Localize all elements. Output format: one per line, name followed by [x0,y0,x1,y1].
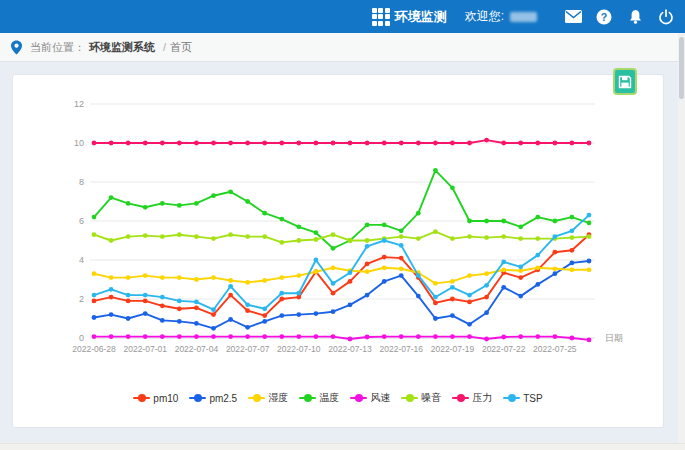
point-噪音-2022-07-01 [143,233,148,238]
legend-label-湿度: 湿度 [268,391,288,405]
point-pm2.5-2022-07-18 [433,316,438,321]
point-噪音-2022-07-16 [399,234,404,239]
legend-item-pm10[interactable]: pm10 [133,391,178,405]
point-pm2.5-2022-07-22 [501,285,506,290]
point-压力-2022-07-17 [416,141,421,146]
point-湿度-2022-07-02 [160,275,165,280]
app-brand[interactable]: 环境监测 [372,8,447,26]
point-压力-2022-07-25 [553,141,558,146]
point-TSP-2022-07-06 [228,284,233,289]
point-pm10-2022-07-02 [160,303,165,308]
point-风速-2022-07-20 [467,334,472,339]
point-pm10-2022-07-15 [382,255,387,260]
breadcrumb-page-link[interactable]: 首页 [170,40,192,55]
legend-label-风速: 风速 [370,391,390,405]
point-pm10-2022-07-18 [433,301,438,306]
legend-label-pm10: pm10 [153,393,178,404]
point-TSP-2022-07-17 [416,273,421,278]
point-压力-2022-07-16 [399,141,404,146]
point-风速-2022-07-23 [518,334,523,339]
legend-marker-温度 [299,394,316,403]
point-压力-2022-07-27 [587,141,592,146]
point-pm10-2022-07-01 [143,299,148,304]
mail-icon[interactable] [564,8,582,26]
point-风速-2022-07-10 [296,334,301,339]
point-温度-2022-07-16 [399,228,404,233]
legend-item-TSP[interactable]: TSP [503,391,542,405]
y-tick-0: 0 [79,333,84,343]
legend-item-湿度[interactable]: 湿度 [248,391,288,405]
point-pm10-2022-07-05 [211,312,216,317]
point-压力-2022-07-15 [382,141,387,146]
point-湿度-2022-07-15 [382,265,387,270]
point-TSP-2022-07-25 [553,234,558,239]
point-压力-2022-07-08 [262,141,267,146]
point-TSP-2022-07-09 [279,291,284,296]
point-TSP-2022-07-24 [535,253,540,258]
breadcrumb-system-link[interactable]: 环境监测系统 [89,40,155,55]
point-TSP-2022-07-02 [160,295,165,300]
point-温度-2022-07-17 [416,211,421,216]
location-pin-icon [10,40,23,55]
point-pm2.5-2022-07-08 [262,319,267,324]
point-压力-2022-07-01 [143,141,148,146]
y-tick-8: 8 [79,177,84,187]
point-温度-2022-07-27 [587,221,592,226]
point-温度-2022-06-28 [92,215,97,220]
point-温度-2022-07-10 [296,224,301,229]
legend-label-TSP: TSP [523,393,542,404]
point-pm2.5-2022-06-30 [126,316,131,321]
point-pm10-2022-07-06 [228,293,233,298]
point-湿度-2022-06-29 [109,275,114,280]
point-pm2.5-2022-07-07 [245,325,250,330]
x-tick-2022-07-25: 2022-07-25 [533,344,577,354]
point-压力-2022-07-04 [194,141,199,146]
x-axis-title: 日期 [605,333,623,343]
scrollbar-thumb[interactable] [679,37,684,99]
point-pm10-2022-06-29 [109,295,114,300]
bell-icon[interactable] [626,8,644,26]
point-压力-2022-07-14 [365,141,370,146]
power-icon[interactable] [657,8,675,26]
point-压力-2022-07-07 [245,141,250,146]
point-风速-2022-07-03 [177,334,182,339]
point-噪音-2022-06-30 [126,234,131,239]
point-温度-2022-07-03 [177,203,182,208]
point-风速-2022-07-09 [279,334,284,339]
point-风速-2022-07-05 [211,334,216,339]
vertical-scrollbar[interactable] [678,33,685,443]
series-line-pm10 [94,235,589,316]
point-温度-2022-07-05 [211,193,216,198]
legend-item-压力[interactable]: 压力 [452,391,492,405]
point-风速-2022-07-24 [535,334,540,339]
point-噪音-2022-07-05 [211,236,216,241]
point-温度-2022-07-15 [382,223,387,228]
point-pm10-2022-07-19 [450,297,455,302]
point-pm2.5-2022-07-16 [399,273,404,278]
legend-item-风速[interactable]: 风速 [350,391,390,405]
point-pm2.5-2022-07-04 [194,321,199,326]
legend-item-温度[interactable]: 温度 [299,391,339,405]
y-tick-12: 12 [74,99,84,109]
point-湿度-2022-07-08 [262,278,267,283]
legend-label-温度: 温度 [319,391,339,405]
point-压力-2022-07-21 [484,138,489,143]
point-pm10-2022-07-20 [467,300,472,305]
point-风速-2022-07-12 [331,334,336,339]
point-噪音-2022-07-06 [228,232,233,237]
point-TSP-2022-07-05 [211,307,216,312]
legend-item-噪音[interactable]: 噪音 [401,391,441,405]
point-TSP-2022-07-10 [296,291,301,296]
point-湿度-2022-07-26 [570,267,575,272]
point-压力-2022-07-09 [279,141,284,146]
point-湿度-2022-07-14 [365,269,370,274]
help-icon[interactable]: ? [595,8,613,26]
legend-item-pm2.5[interactable]: pm2.5 [189,391,237,405]
legend-label-pm2.5: pm2.5 [209,393,237,404]
point-TSP-2022-07-16 [399,243,404,248]
point-pm2.5-2022-07-14 [365,293,370,298]
point-pm2.5-2022-07-03 [177,319,182,324]
point-噪音-2022-07-08 [262,234,267,239]
point-噪音-2022-06-28 [92,232,97,237]
point-风速-2022-07-21 [484,337,489,342]
